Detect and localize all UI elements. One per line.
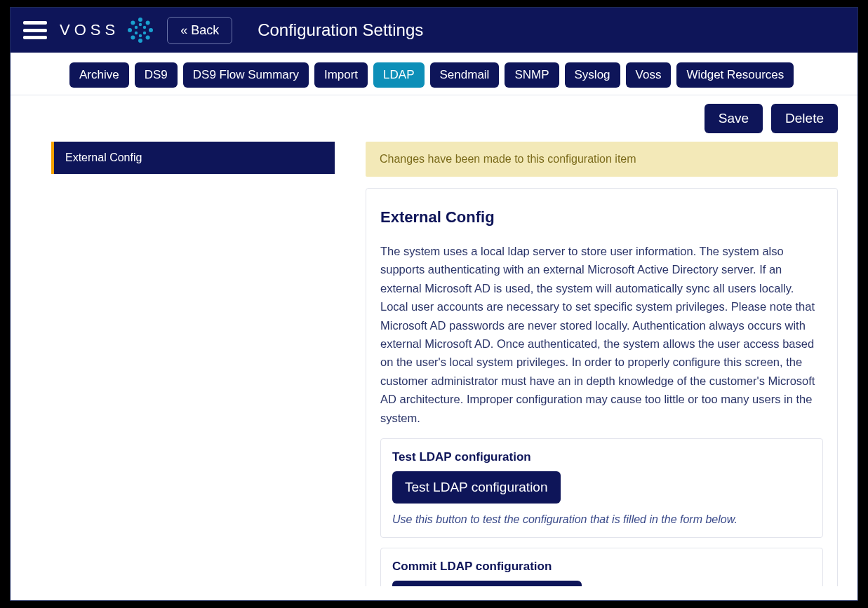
logo-icon	[126, 16, 154, 44]
tab-archive[interactable]: Archive	[69, 62, 129, 88]
test-ldap-card: Test LDAP configuration Test LDAP config…	[380, 438, 823, 538]
save-button[interactable]: Save	[705, 104, 763, 133]
back-button[interactable]: « Back	[167, 17, 232, 44]
logo-text: VOSS	[60, 21, 119, 39]
svg-point-12	[135, 32, 138, 34]
tab-ds9-flow-summary[interactable]: DS9 Flow Summary	[183, 62, 309, 88]
test-ldap-title: Test LDAP configuration	[392, 450, 811, 464]
panel-heading: External Config	[380, 208, 823, 227]
commit-ldap-card: Commit LDAP configuration Commit LDAP co…	[380, 548, 823, 586]
main-panel: Changes have been made to this configura…	[366, 142, 838, 586]
svg-point-9	[143, 26, 146, 29]
svg-point-0	[138, 18, 142, 22]
tab-widget-resources[interactable]: Widget Resources	[676, 62, 794, 88]
svg-point-2	[149, 28, 153, 32]
svg-point-6	[128, 28, 132, 32]
tab-snmp[interactable]: SNMP	[505, 62, 559, 88]
svg-point-3	[146, 36, 150, 40]
commit-ldap-title: Commit LDAP configuration	[392, 560, 811, 574]
tab-syslog[interactable]: Syslog	[565, 62, 620, 88]
sidebar: External Config	[51, 142, 335, 586]
notice-bar: Changes have been made to this configura…	[366, 142, 838, 177]
tab-sendmail[interactable]: Sendmail	[430, 62, 500, 88]
tabs-row: Archive DS9 DS9 Flow Summary Import LDAP…	[11, 53, 857, 95]
page-title: Configuration Settings	[258, 20, 423, 40]
topbar: VOSS	[11, 8, 857, 53]
svg-point-8	[139, 23, 142, 26]
svg-point-13	[135, 26, 138, 29]
logo: VOSS	[60, 16, 154, 44]
panel-description: The system uses a local ldap server to s…	[380, 242, 823, 427]
panel-card: External Config The system uses a local …	[366, 188, 838, 586]
tab-ldap[interactable]: LDAP	[373, 62, 424, 88]
actions-row: Save Delete	[11, 95, 857, 142]
test-ldap-hint: Use this button to test the configuratio…	[392, 513, 811, 526]
sidebar-item-label: External Config	[65, 151, 142, 163]
tab-import[interactable]: Import	[314, 62, 368, 88]
test-ldap-button[interactable]: Test LDAP configuration	[392, 471, 561, 504]
content-area: External Config Changes have been made t…	[11, 142, 857, 600]
sidebar-item-external-config[interactable]: External Config	[51, 142, 335, 174]
svg-point-5	[131, 36, 135, 40]
svg-point-4	[138, 39, 142, 43]
menu-icon[interactable]	[23, 21, 47, 39]
tab-ds9[interactable]: DS9	[135, 62, 178, 88]
tab-voss[interactable]: Voss	[626, 62, 672, 88]
svg-point-11	[139, 34, 142, 37]
delete-button[interactable]: Delete	[771, 104, 838, 133]
svg-point-10	[143, 32, 146, 34]
commit-ldap-button[interactable]: Commit LDAP configuration	[392, 581, 582, 586]
svg-point-7	[131, 20, 135, 25]
svg-point-1	[146, 20, 150, 25]
